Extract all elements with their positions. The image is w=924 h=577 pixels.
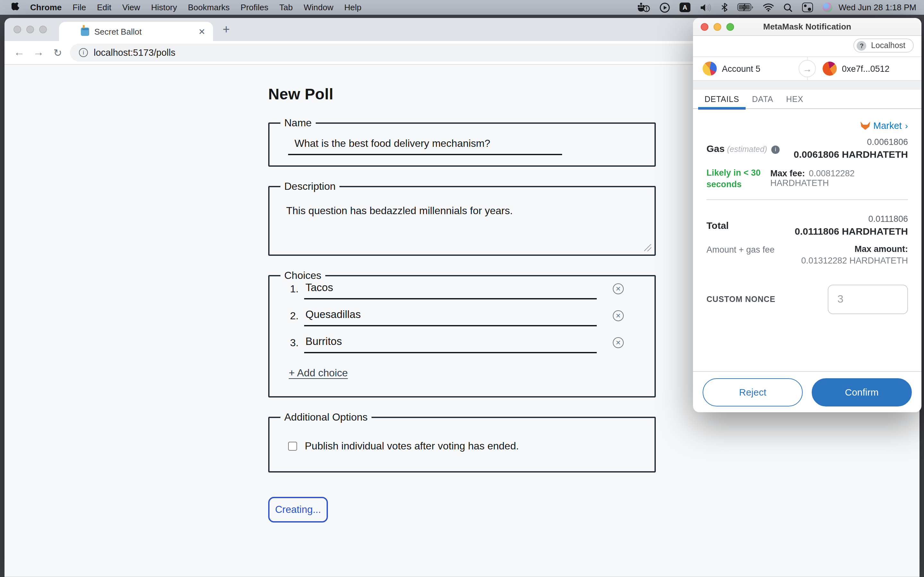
confirm-button[interactable]: Confirm: [812, 378, 912, 406]
custom-nonce-label: CUSTOM NONCE: [706, 295, 775, 304]
choice-row: 3. ✕: [290, 335, 654, 353]
tab-hex[interactable]: HEX: [780, 90, 810, 108]
publish-votes-label: Publish individual votes after voting ha…: [305, 440, 519, 452]
new-tab-button[interactable]: +: [223, 23, 230, 35]
poll-name-input[interactable]: [288, 138, 562, 155]
menu-bar-clock[interactable]: Wed Jun 28 1:18 PM: [838, 3, 916, 12]
custom-nonce-input[interactable]: [828, 285, 908, 314]
max-fee-label: Max fee:: [771, 169, 805, 178]
bluetooth-icon[interactable]: [721, 3, 728, 12]
play-status-icon[interactable]: [660, 2, 670, 13]
fox-icon: [861, 121, 870, 130]
total-row: Total 0.0111806 0.0111806 HARDHATETH: [706, 214, 908, 237]
close-window-button[interactable]: [13, 26, 21, 33]
choice-row: 2. ✕: [290, 308, 654, 326]
to-account-avatar: [822, 61, 837, 76]
battery-icon[interactable]: [737, 3, 753, 11]
remove-choice-icon[interactable]: ✕: [613, 337, 624, 348]
from-account[interactable]: Account 5: [693, 61, 807, 76]
choice-number: 3.: [290, 337, 304, 353]
choice-number: 2.: [290, 310, 304, 326]
amount-gas-label: Amount + gas fee: [706, 245, 777, 266]
gas-amount-small: 0.0061806: [794, 137, 908, 147]
choice-input-1[interactable]: [304, 282, 597, 300]
menu-file[interactable]: File: [73, 3, 86, 12]
minimize-window-button[interactable]: [714, 23, 721, 31]
input-source-icon[interactable]: A: [680, 3, 690, 12]
gas-estimated-label: (estimated): [727, 145, 767, 154]
macos-menu-bar: Chrome File Edit View History Bookmarks …: [0, 0, 924, 15]
tab-data[interactable]: DATA: [746, 90, 780, 108]
total-label: Total: [706, 220, 729, 231]
reject-button[interactable]: Reject: [703, 378, 803, 406]
menu-view[interactable]: View: [122, 3, 140, 12]
from-account-avatar: [703, 61, 717, 76]
info-icon[interactable]: i: [771, 145, 780, 153]
wifi-icon[interactable]: [763, 3, 774, 11]
volume-icon[interactable]: [700, 3, 712, 12]
menu-tab[interactable]: Tab: [279, 3, 293, 12]
to-account-address: 0xe7f...0512: [842, 64, 890, 73]
choice-input-3[interactable]: [304, 335, 597, 353]
menu-app-name[interactable]: Chrome: [30, 3, 61, 12]
choice-input-2[interactable]: [304, 308, 597, 326]
to-account[interactable]: 0xe7f...0512: [807, 61, 921, 76]
textarea-resize-grip[interactable]: [644, 244, 651, 251]
back-icon[interactable]: ←: [10, 46, 29, 59]
from-account-name: Account 5: [722, 64, 760, 73]
total-amount-small: 0.0111806: [795, 214, 908, 224]
remove-choice-icon[interactable]: ✕: [613, 284, 624, 294]
market-label: Market: [873, 121, 902, 131]
origin-badge[interactable]: ? Localhost: [854, 39, 914, 53]
question-icon: ?: [857, 41, 867, 50]
forward-icon[interactable]: →: [29, 46, 48, 59]
remove-choice-icon[interactable]: ✕: [613, 310, 624, 321]
tab-secret-ballot[interactable]: Secret Ballot ✕: [59, 22, 213, 41]
minimize-window-button[interactable]: [26, 26, 34, 33]
add-choice-link[interactable]: + Add choice: [289, 367, 348, 379]
metamask-window-controls[interactable]: [701, 23, 734, 31]
max-amount-label: Max amount:: [801, 245, 908, 254]
gas-market-link[interactable]: Market ›: [706, 120, 908, 131]
apple-menu-icon[interactable]: [11, 3, 20, 12]
choices-legend: Choices: [280, 270, 325, 282]
gas-fee-row: Likely in < 30 seconds Max fee:0.0081228…: [706, 167, 908, 191]
accounts-row: Account 5 → 0xe7f...0512: [693, 56, 921, 81]
create-poll-button[interactable]: Creating...: [268, 497, 328, 522]
menu-profiles[interactable]: Profiles: [241, 3, 268, 12]
menu-bookmarks[interactable]: Bookmarks: [188, 3, 230, 12]
reload-icon[interactable]: ↻: [48, 47, 67, 59]
metamask-details-panel: Market › Gas (estimated) i 0.0061806 0.0…: [693, 120, 921, 314]
siri-icon[interactable]: [822, 3, 832, 12]
total-amount-bold: 0.0111806 HARDHATETH: [795, 226, 908, 237]
gas-amount-bold: 0.0061806 HARDHATETH: [794, 149, 908, 160]
spotlight-icon[interactable]: [783, 3, 792, 12]
metamask-footer: Reject Confirm: [693, 371, 921, 412]
max-amount-value: 0.01312282 HARDHATETH: [801, 256, 908, 266]
screen: Chrome File Edit View History Bookmarks …: [0, 0, 924, 577]
poll-description-textarea[interactable]: This question has bedazzled millennials …: [286, 205, 633, 250]
site-info-icon[interactable]: i: [79, 48, 88, 57]
control-center-icon[interactable]: [802, 3, 813, 12]
zoom-window-button[interactable]: [726, 23, 734, 31]
menu-window[interactable]: Window: [304, 3, 334, 12]
menu-history[interactable]: History: [151, 3, 177, 12]
zoom-window-button[interactable]: [39, 26, 47, 33]
docker-status-icon[interactable]: [638, 3, 650, 12]
menu-edit[interactable]: Edit: [97, 3, 111, 12]
metamask-notification-window: MetaMask Notification ? Localhost Accoun…: [693, 18, 921, 412]
amount-gas-row: Amount + gas fee Max amount: 0.01312282 …: [706, 245, 908, 266]
window-controls[interactable]: [13, 26, 47, 33]
tab-details[interactable]: DETAILS: [698, 90, 746, 108]
section-divider: [706, 200, 908, 200]
description-legend: Description: [280, 181, 339, 192]
publish-votes-checkbox[interactable]: [288, 442, 297, 451]
additional-options-fieldset: Additional Options Publish individual vo…: [268, 412, 656, 472]
close-tab-icon[interactable]: ✕: [197, 27, 207, 36]
close-window-button[interactable]: [701, 23, 708, 31]
choice-number: 1.: [290, 284, 304, 300]
page-title: New Poll: [268, 85, 656, 103]
metamask-titlebar: MetaMask Notification: [693, 18, 921, 36]
menu-help[interactable]: Help: [344, 3, 362, 12]
gas-likely-label: Likely in < 30 seconds: [706, 167, 771, 191]
